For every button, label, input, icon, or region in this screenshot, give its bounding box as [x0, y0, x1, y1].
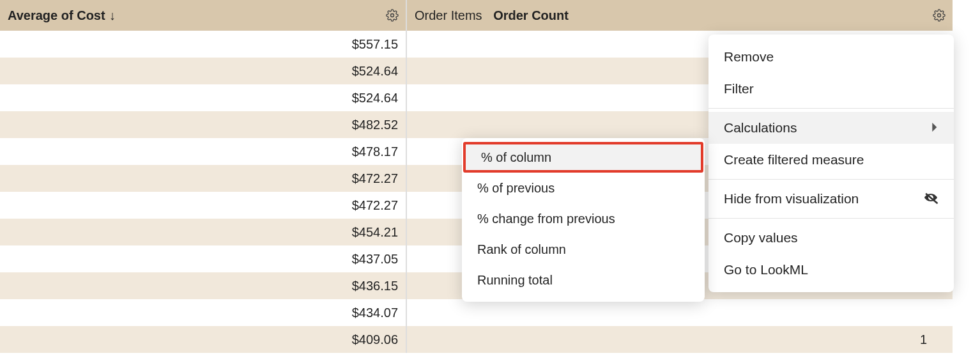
table-cell[interactable]: $478.17	[0, 138, 406, 165]
column-title: Order Count	[493, 8, 569, 23]
table-cell[interactable]: $436.15	[0, 272, 406, 299]
menu-label: Go to LookML	[724, 262, 808, 277]
column-title: Average of Cost	[8, 8, 105, 23]
table-cell[interactable]: $434.07	[0, 299, 406, 326]
table-cell[interactable]: $454.21	[0, 219, 406, 245]
menu-label: Filter	[724, 81, 754, 97]
menu-label: Calculations	[724, 120, 797, 136]
menu-separator	[708, 108, 954, 109]
menu-item-copy-values[interactable]: Copy values	[708, 222, 954, 254]
menu-label: Copy values	[724, 230, 798, 245]
menu-label: Remove	[724, 49, 774, 65]
menu-item-calculations[interactable]: Calculations	[708, 112, 954, 144]
cell-value: 1	[920, 332, 945, 347]
table-cell[interactable]: $524.64	[0, 58, 406, 84]
table-cell[interactable]: $472.27	[0, 192, 406, 219]
menu-item-remove[interactable]: Remove	[708, 41, 954, 73]
submenu-item-pct-of-previous[interactable]: % of previous	[462, 173, 705, 203]
menu-label: Rank of column	[477, 242, 566, 257]
table-cell[interactable]: 1	[407, 326, 953, 353]
submenu-item-rank-of-column[interactable]: Rank of column	[462, 234, 705, 265]
menu-item-hide-from-visualization[interactable]: Hide from visualization	[708, 183, 954, 215]
submenu-item-pct-change-from-previous[interactable]: % change from previous	[462, 203, 705, 234]
menu-label: Hide from visualization	[724, 191, 859, 206]
sort-descending-icon: ↓	[109, 8, 116, 23]
menu-separator	[708, 179, 954, 180]
svg-point-0	[391, 14, 394, 17]
table-cell[interactable]	[407, 299, 953, 326]
menu-item-go-to-lookml[interactable]: Go to LookML	[708, 254, 954, 286]
calculations-submenu: % of column % of previous % change from …	[462, 138, 705, 302]
menu-item-filter[interactable]: Filter	[708, 73, 954, 105]
submenu-item-running-total[interactable]: Running total	[462, 265, 705, 295]
menu-item-create-filtered-measure[interactable]: Create filtered measure	[708, 144, 954, 176]
menu-label: Running total	[477, 273, 553, 288]
column-header-average-of-cost[interactable]: Average of Cost ↓	[0, 0, 406, 31]
svg-point-1	[938, 14, 941, 17]
menu-label: % change from previous	[477, 212, 615, 226]
gear-icon[interactable]	[932, 8, 946, 22]
table-cell[interactable]: $524.64	[0, 84, 406, 111]
column-options-menu: Remove Filter Calculations Create filter…	[708, 35, 954, 292]
menu-label: Create filtered measure	[724, 152, 864, 167]
submenu-item-pct-of-column[interactable]: % of column	[463, 142, 703, 173]
chevron-right-icon	[932, 121, 938, 135]
menu-label: % of previous	[477, 181, 555, 196]
menu-label: % of column	[481, 150, 551, 165]
table-cell[interactable]: $472.27	[0, 165, 406, 192]
table-cell[interactable]: $557.15	[0, 31, 406, 58]
gear-icon[interactable]	[385, 8, 399, 22]
table-cell[interactable]: $437.05	[0, 245, 406, 272]
menu-separator	[708, 218, 954, 219]
table-cell[interactable]: $482.52	[0, 111, 406, 138]
table-cell[interactable]: $409.06	[0, 326, 406, 353]
column-header-order-count[interactable]: Order Items Order Count	[407, 0, 953, 31]
eye-off-icon	[923, 190, 938, 208]
column-prefix: Order Items	[415, 8, 482, 23]
